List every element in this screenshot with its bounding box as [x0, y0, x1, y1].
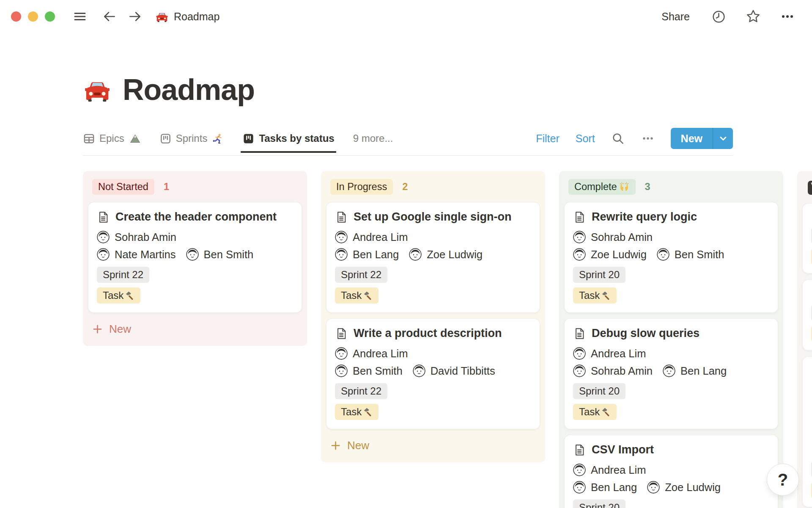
- task-card[interactable]: Set up Google single sign-onAndrea LimBe…: [326, 202, 540, 313]
- sprint-badge[interactable]: Sprint 20: [573, 267, 625, 283]
- status-badge[interactable]: In Progress: [330, 179, 393, 195]
- assignee-name: Sohrab Amin: [115, 231, 176, 243]
- more-options-button[interactable]: [780, 9, 795, 24]
- sprint-badge[interactable]: Sprint 20: [573, 500, 625, 508]
- chevron-down-icon: [718, 133, 729, 144]
- sprint-badge[interactable]: Sprint 20: [573, 383, 625, 399]
- tab-epics[interactable]: Epics: [83, 133, 141, 145]
- card-title-row: CSV Import: [573, 443, 769, 456]
- card-title-row: Rewrite query logic: [573, 210, 769, 224]
- more-views-button[interactable]: 9 more...: [353, 133, 393, 144]
- task-card[interactable]: ST: [802, 279, 812, 351]
- assignee[interactable]: Andrea Lim: [573, 347, 646, 360]
- plus-icon: [330, 440, 341, 451]
- task-tag-badge[interactable]: Task: [335, 404, 379, 420]
- sprint-badge[interactable]: Sprint 22: [335, 383, 387, 399]
- car-emoji-icon[interactable]: [84, 78, 111, 102]
- task-card[interactable]: ST: [802, 356, 812, 507]
- task-card[interactable]: CSV ImportAndrea LimBen LangZoe LudwigSp…: [564, 435, 778, 508]
- assignee[interactable]: Ben Lang: [573, 481, 637, 494]
- assignee[interactable]: Zoe Ludwig: [647, 481, 721, 494]
- assignee[interactable]: Zoe Ludwig: [409, 248, 483, 261]
- sprint-badge[interactable]: Sprint 22: [97, 267, 149, 283]
- close-window-button[interactable]: [11, 11, 21, 22]
- filter-button[interactable]: Filter: [536, 133, 560, 145]
- sidebar-menu-button[interactable]: [73, 9, 87, 24]
- card-title: Create the header component: [115, 210, 277, 224]
- board: Not Started1Create the header componentS…: [83, 171, 812, 508]
- sprint-badge[interactable]: Sprint 22: [335, 267, 387, 283]
- doc-icon: [573, 327, 586, 340]
- assignee-row: Ben LangZoe Ludwig: [573, 481, 769, 494]
- minimize-window-button[interactable]: [28, 11, 38, 22]
- assignee[interactable]: Sohrab Amin: [573, 231, 653, 243]
- assignee[interactable]: Ben Lang: [335, 248, 399, 261]
- column-complete: Complete3Rewrite query logicSohrab AminZ…: [559, 171, 783, 508]
- updates-button[interactable]: [711, 9, 727, 25]
- new-entry-dropdown-button[interactable]: [713, 128, 733, 149]
- hammer-icon: [363, 291, 373, 301]
- status-badge[interactable]: Complete: [568, 179, 636, 195]
- task-card[interactable]: ST: [802, 203, 812, 273]
- help-button[interactable]: ?: [767, 464, 799, 496]
- assignee[interactable]: Ben Smith: [335, 364, 403, 377]
- tab-sprints[interactable]: Sprints: [159, 133, 224, 145]
- avatar: [335, 364, 348, 377]
- task-card[interactable]: Rewrite query logicSohrab AminZoe Ludwig…: [564, 202, 778, 313]
- favorite-button[interactable]: [745, 8, 761, 25]
- add-card-button[interactable]: New: [88, 318, 302, 341]
- new-entry-button[interactable]: New: [671, 128, 713, 149]
- avatar: [413, 364, 425, 377]
- share-button[interactable]: Share: [659, 10, 692, 23]
- zoom-window-button[interactable]: [45, 11, 55, 22]
- task-card[interactable]: Debug slow queriesAndrea LimSohrab AminB…: [564, 318, 778, 429]
- doc-icon: [573, 211, 586, 224]
- avatar: [663, 364, 675, 377]
- task-tag-badge[interactable]: Task: [97, 287, 140, 304]
- assignee-row: Andrea Lim: [335, 231, 531, 243]
- status-badge[interactable]: Not Started: [92, 179, 154, 195]
- assignee[interactable]: Zoe Ludwig: [573, 248, 647, 261]
- assignee[interactable]: Sohrab Amin: [97, 231, 176, 243]
- hammer-icon: [601, 407, 611, 417]
- mountain-icon: [129, 133, 141, 144]
- nav-forward-button[interactable]: [127, 8, 143, 25]
- new-entry-split-button: New: [671, 128, 733, 149]
- status-label: In Progress: [336, 181, 387, 193]
- task-card[interactable]: Write a product descriptionAndrea LimBen…: [326, 318, 540, 429]
- raised-hands-icon: [619, 182, 630, 193]
- hammer-icon: [125, 291, 134, 301]
- task-tag-badge[interactable]: Task: [573, 404, 617, 420]
- avatar: [186, 248, 199, 261]
- tag-property: Task: [573, 286, 769, 307]
- board-view-active-icon: [242, 133, 255, 145]
- assignee[interactable]: Andrea Lim: [335, 347, 408, 360]
- search-button[interactable]: [611, 132, 625, 146]
- assignee[interactable]: Ben Smith: [186, 248, 254, 261]
- breadcrumb[interactable]: Roadmap: [156, 11, 219, 23]
- sprint-property: Sprint 22: [335, 265, 531, 286]
- page-title[interactable]: Roadmap: [123, 73, 255, 107]
- assignee[interactable]: Ben Smith: [657, 248, 724, 261]
- assignee[interactable]: Andrea Lim: [573, 464, 646, 476]
- assignee[interactable]: David Tibbitts: [413, 364, 495, 377]
- column-header: Complete3: [568, 179, 776, 195]
- task-card[interactable]: Create the header componentSohrab AminNa…: [88, 202, 302, 313]
- assignee[interactable]: Nate Martins: [97, 248, 176, 261]
- arrow-right-icon: [127, 8, 143, 25]
- assignee[interactable]: Ben Lang: [663, 364, 727, 377]
- assignee[interactable]: Andrea Lim: [335, 231, 408, 243]
- assignee-name: Ben Lang: [680, 365, 727, 377]
- task-tag-label: Task: [579, 290, 600, 301]
- add-card-button[interactable]: New: [326, 435, 540, 457]
- tag-property: Task: [573, 403, 769, 423]
- assignee[interactable]: Sohrab Amin: [573, 364, 653, 377]
- task-tag-badge[interactable]: Task: [573, 287, 617, 304]
- doc-icon: [335, 211, 348, 224]
- task-tag-badge[interactable]: Task: [335, 287, 379, 304]
- view-options-button[interactable]: [641, 132, 655, 145]
- sort-button[interactable]: Sort: [576, 133, 595, 145]
- tab-tasks-by-status[interactable]: Tasks by status: [242, 133, 334, 145]
- tab-label: Epics: [99, 133, 124, 144]
- nav-back-button[interactable]: [102, 8, 118, 25]
